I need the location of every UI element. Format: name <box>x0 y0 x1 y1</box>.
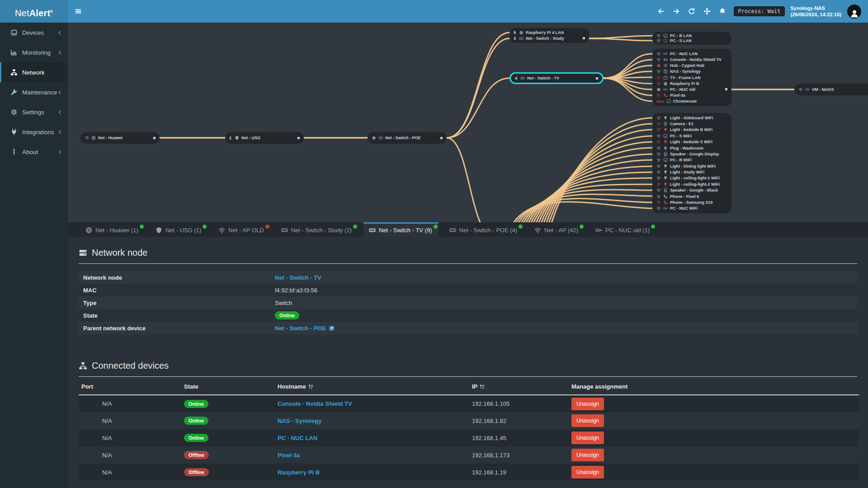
node-row-speaker-google-black: Speaker - Google - Black <box>656 188 727 193</box>
device-row-console-nvidia-shield-tv: N/A Online Console - Nvidia Shield TV 19… <box>79 395 859 412</box>
tab-net-ap-old[interactable]: Net - AP OLD <box>213 222 270 237</box>
sidebar-item-devices[interactable]: Devices <box>0 23 68 42</box>
sidebar-item-monitoring[interactable]: Monitoring <box>0 42 68 62</box>
detail-row-network-node: Network node Net - Switch - TV <box>79 271 857 284</box>
state-cell: Offline <box>181 446 275 464</box>
raspberry-icon <box>519 30 524 35</box>
wifi-icon <box>656 194 661 199</box>
expand-handle[interactable] <box>583 37 585 39</box>
node-label: Net - Switch - POE <box>385 136 421 140</box>
unassign-button[interactable]: Unassign <box>571 466 604 479</box>
section-divider <box>79 263 857 264</box>
switchdev-icon <box>369 227 376 234</box>
unassign-button[interactable]: Unassign <box>571 414 604 427</box>
tab-net-ap-42[interactable]: Net - AP (42) <box>529 222 585 237</box>
expand-handle[interactable] <box>297 137 300 139</box>
sitemap-icon <box>10 69 18 76</box>
tab-net-usg-1[interactable]: Net - USG (1) <box>150 222 208 237</box>
hostname-link[interactable]: Raspberry Pi B <box>278 469 320 476</box>
monitor-icon <box>663 38 668 43</box>
column-label: Hostname <box>278 383 306 390</box>
node-net-usg[interactable]: 1Net - USG <box>225 132 304 144</box>
tab-net-switch-study-2[interactable]: Net - Switch - Study (2) <box>276 222 358 237</box>
tab-net-huawei-1[interactable]: Net - Huawei (1) <box>80 222 145 237</box>
user-avatar[interactable] <box>847 5 861 19</box>
tab-pc-nuc-old-1[interactable]: PC - NUC old (1) <box>590 222 656 237</box>
sidebar-item-about[interactable]: About <box>0 142 68 162</box>
sidebar-item-settings[interactable]: Settings <box>0 102 68 122</box>
node-net-switch-poe[interactable]: Net - Switch - POE <box>368 132 447 144</box>
node-row-pixel-3a: Pixel-3a <box>656 93 727 99</box>
hostname-link[interactable]: PC - NUC LAN <box>278 435 317 441</box>
nav-back-button[interactable] <box>653 0 669 23</box>
node-group-ap-devices[interactable]: Light - Sideboard WiFiCamera - E1Light -… <box>652 113 731 213</box>
node-row-light-ceiling-light-1-wifi: Light - ceiling-light-1 WiFi <box>656 175 727 181</box>
detail-panel: Network node Network node Net - Switch -… <box>68 237 868 488</box>
node-row-light-sideboard-wifi: Light - Sideboard WiFi <box>656 115 727 121</box>
detail-label: Network node <box>83 274 275 281</box>
expand-handle[interactable] <box>596 77 598 80</box>
wifi-icon <box>656 127 661 132</box>
app-logo[interactable]: NetAlertx <box>0 0 68 23</box>
unassign-button[interactable]: Unassign <box>571 449 604 461</box>
status-dot-green <box>651 225 655 229</box>
wifi-icon <box>534 227 541 234</box>
topbar-main: Process: Wait Synology-NAS (26/06/2024, … <box>68 0 868 23</box>
node-label: PC - S WiFi <box>670 134 692 138</box>
node-group-study-devices[interactable]: PC - B LANPC - S LAN <box>652 32 731 45</box>
unassign-button[interactable]: Unassign <box>571 398 604 410</box>
tab-net-switch-poe-4[interactable]: Net - Switch - POE (4) <box>444 222 524 237</box>
state-badge: Online <box>184 417 208 425</box>
node-row-phone-pixel-6: Phone - Pixel 6 <box>656 193 727 199</box>
parent-node-link[interactable]: Net - Switch - POE <box>275 325 326 332</box>
hostname-link[interactable]: NAS - Synology <box>278 418 322 424</box>
node-study-group[interactable]: 5Raspberry Pi 4 LAN3Net - Switch - Study <box>509 28 589 43</box>
node-label: Speaker - Google Display <box>670 152 719 156</box>
expand-handle[interactable] <box>725 88 727 90</box>
column-header-ip[interactable]: IP <box>469 379 569 395</box>
tab-net-switch-tv-9[interactable]: Net - Switch - TV (9) <box>363 222 439 237</box>
bulb-icon <box>663 116 668 120</box>
hostname-link[interactable]: Pixel-3a <box>278 452 300 459</box>
node-net-switch-tv[interactable]: 4Net - Switch - TV <box>509 72 604 84</box>
hostname-cell: Pixel-3a <box>275 446 469 464</box>
node-vm-nixos[interactable]: VM - NixOS <box>794 84 868 95</box>
node-group-tv-devices[interactable]: PC - NUC LANConsole - Nvidia Shield TVHu… <box>652 49 731 106</box>
nav-notifications-button[interactable] <box>715 0 730 23</box>
bulb-icon <box>663 170 668 174</box>
device-row-nas-synology: N/A Online NAS - Synology 192.168.1.82 U… <box>79 412 859 429</box>
sidebar-item-integrations[interactable]: Integrations <box>0 122 68 142</box>
status-dot-green <box>580 225 584 229</box>
expand-handle[interactable] <box>153 137 156 139</box>
unassign-button[interactable]: Unassign <box>571 432 604 444</box>
wifi-icon <box>656 93 661 98</box>
expand-handle[interactable] <box>440 137 443 139</box>
wifi-icon <box>85 136 89 140</box>
network-node-link[interactable]: Net - Switch - TV <box>275 274 321 281</box>
wifi-icon <box>656 170 661 174</box>
node-net-huawei[interactable]: Net - Huawei <box>80 132 160 144</box>
topology-edges <box>68 23 868 222</box>
node-row-raspberry-pi-4-lan: 5Raspberry Pi 4 LAN <box>514 30 585 36</box>
state-badge: Online <box>184 434 208 442</box>
node-row-pc-s-lan: PC - S LAN <box>656 38 727 43</box>
detail-label: State <box>83 312 275 319</box>
hostname-link[interactable]: Console - Nvidia Shield TV <box>278 400 352 407</box>
monitor-icon <box>663 134 668 138</box>
move-icon <box>703 8 711 15</box>
nav-forward-button[interactable] <box>669 0 684 23</box>
switchdev-icon <box>449 227 456 234</box>
wifi-icon <box>218 227 225 234</box>
process-status-badge[interactable]: Process: Wait <box>734 6 785 16</box>
plug-icon <box>10 128 18 136</box>
sidebar-toggle-button[interactable] <box>68 0 89 23</box>
column-header-hostname[interactable]: Hostname <box>275 379 469 395</box>
nav-refresh-button[interactable] <box>684 0 699 23</box>
sidebar-item-maintenance[interactable]: Maintenance <box>0 82 68 102</box>
topology-diagram: Net - Huawei1Net - USGNet - Switch - POE… <box>68 23 868 222</box>
nav-fit-button[interactable] <box>699 0 715 23</box>
phone-icon <box>663 93 668 98</box>
wifi-icon <box>656 52 661 56</box>
sidebar-item-network[interactable]: Network <box>0 62 68 82</box>
speaker-icon <box>663 188 668 192</box>
